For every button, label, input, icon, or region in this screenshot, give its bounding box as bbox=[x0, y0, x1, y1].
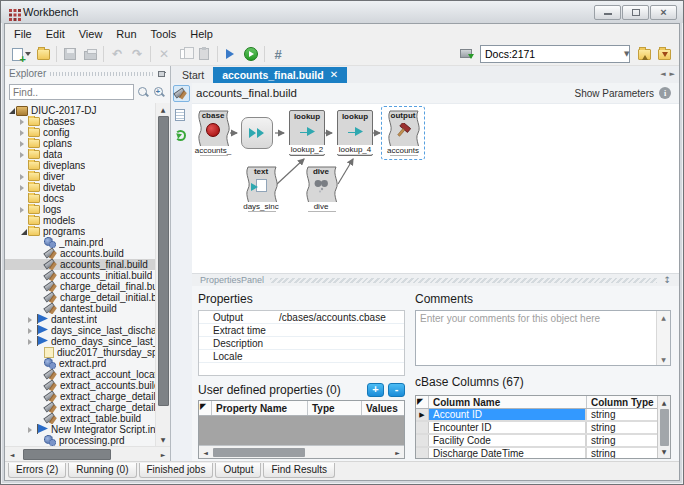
maximize-button[interactable] bbox=[622, 5, 649, 20]
run-button[interactable] bbox=[221, 44, 241, 64]
server-connect-button[interactable] bbox=[456, 44, 476, 64]
tree-item[interactable]: days_since_last_discharge.int bbox=[5, 325, 155, 336]
scrollbar-thumb[interactable] bbox=[213, 448, 305, 457]
column-header-values[interactable]: Values bbox=[362, 401, 404, 415]
scrollbar-thumb[interactable] bbox=[660, 409, 669, 445]
expander-icon[interactable] bbox=[19, 207, 28, 213]
paste-button[interactable] bbox=[194, 44, 214, 64]
tab-scroll-left-icon[interactable]: ◄ bbox=[660, 70, 665, 78]
expander-icon[interactable] bbox=[19, 229, 28, 235]
chevron-down-icon[interactable]: ▼ bbox=[624, 50, 629, 58]
tree-item[interactable]: config bbox=[5, 127, 155, 138]
table-row-selected[interactable]: ▶Account IDstring bbox=[416, 409, 657, 420]
flow-canvas[interactable]: cbase accounts_ lookup lookup_2 bbox=[192, 103, 679, 273]
run-view-button[interactable] bbox=[173, 127, 190, 144]
expander-icon[interactable] bbox=[19, 152, 28, 158]
scroll-up-icon[interactable]: ▲ bbox=[658, 396, 670, 408]
status-tab-output[interactable]: Output bbox=[215, 463, 261, 478]
tree-item[interactable]: extract_account_location.build bbox=[5, 369, 155, 380]
column-header-type[interactable]: Type bbox=[308, 401, 362, 415]
property-row[interactable]: Description bbox=[199, 337, 404, 350]
scroll-right-icon[interactable]: ► bbox=[156, 448, 170, 461]
tree-item[interactable]: extract_charge_detail_initial.bu bbox=[5, 402, 155, 413]
comments-textarea[interactable] bbox=[416, 311, 656, 365]
save-to-server-button[interactable] bbox=[654, 44, 674, 64]
user-properties-hscrollbar[interactable]: ◄ ► bbox=[199, 445, 404, 458]
expander-icon[interactable] bbox=[7, 108, 16, 114]
minimize-button[interactable] bbox=[594, 5, 621, 20]
expander-icon[interactable] bbox=[19, 141, 28, 147]
tree-item[interactable]: divetab bbox=[5, 182, 155, 193]
open-from-server-button[interactable] bbox=[634, 44, 654, 64]
scroll-down-icon[interactable]: ▼ bbox=[658, 446, 670, 458]
find-input[interactable] bbox=[9, 84, 134, 100]
tree-item[interactable]: charge_detail_initial.build bbox=[5, 292, 155, 303]
expander-icon[interactable] bbox=[19, 174, 28, 180]
tree-item[interactable]: dantest.int bbox=[5, 314, 155, 325]
tree-item[interactable]: models bbox=[5, 215, 155, 226]
tab-accounts-final-build[interactable]: accounts_final.build✕ bbox=[213, 67, 347, 83]
tree-item[interactable]: diver bbox=[5, 171, 155, 182]
add-property-button[interactable]: + bbox=[367, 383, 384, 397]
undo-button[interactable]: ↶ bbox=[107, 44, 127, 64]
flow-node-merge[interactable] bbox=[241, 117, 273, 149]
new-file-button[interactable] bbox=[10, 44, 33, 64]
text-view-button[interactable] bbox=[173, 106, 190, 123]
tree-item[interactable]: New Integrator Script.int bbox=[5, 424, 155, 435]
menu-edit[interactable]: Edit bbox=[39, 26, 72, 42]
tab-start[interactable]: Start bbox=[173, 67, 213, 83]
info-icon[interactable]: i bbox=[659, 87, 671, 99]
expander-icon[interactable] bbox=[19, 119, 28, 125]
scroll-up-icon[interactable]: ▲ bbox=[657, 313, 670, 321]
tree-item[interactable]: charge_detail_final.build bbox=[5, 281, 155, 292]
table-row[interactable]: Facility Codestring bbox=[416, 435, 657, 446]
status-tab-find-results[interactable]: Find Results bbox=[263, 463, 335, 478]
cut-button[interactable]: ✕ bbox=[154, 44, 174, 64]
tree-item[interactable]: accounts_initial.build bbox=[5, 270, 155, 281]
status-tab-finished-jobs[interactable]: Finished jobs bbox=[139, 463, 214, 478]
tree-item[interactable]: cbases bbox=[5, 116, 155, 127]
menu-tools[interactable]: Tools bbox=[144, 26, 184, 42]
expander-icon[interactable] bbox=[27, 317, 36, 323]
tree-item[interactable]: diveplans bbox=[5, 160, 155, 171]
redo-button[interactable]: ↷ bbox=[127, 44, 147, 64]
scroll-down-icon[interactable]: ▼ bbox=[156, 433, 170, 446]
show-parameters-link[interactable]: Show Parameters bbox=[575, 88, 654, 99]
tree-horizontal-scrollbar[interactable]: ◄ ► bbox=[5, 446, 170, 461]
search-plus-icon[interactable]: + bbox=[153, 86, 166, 99]
tree-item[interactable]: extract.prd bbox=[5, 358, 155, 369]
menu-view[interactable]: View bbox=[72, 26, 110, 42]
flow-node-lookup-4[interactable]: lookup lookup_4 bbox=[337, 110, 373, 156]
tree-item[interactable]: data bbox=[5, 149, 155, 160]
menu-run[interactable]: Run bbox=[109, 26, 143, 42]
print-button[interactable] bbox=[80, 44, 100, 64]
tree-item[interactable]: logs bbox=[5, 204, 155, 215]
grid-button[interactable]: # bbox=[268, 44, 288, 64]
tree-item[interactable]: programs bbox=[5, 226, 155, 237]
close-button[interactable]: × bbox=[650, 5, 677, 20]
cbase-vertical-scrollbar[interactable]: ▲ ▼ bbox=[657, 396, 670, 458]
tree-item[interactable]: dantest.build bbox=[5, 303, 155, 314]
select-all-cell[interactable]: ◤ bbox=[199, 401, 212, 415]
flow-node-text[interactable]: text days_sinc bbox=[243, 166, 279, 212]
expander-icon[interactable] bbox=[27, 328, 36, 334]
docs-combobox[interactable]: ▼ bbox=[480, 45, 630, 63]
flow-node-lookup-2[interactable]: lookup lookup_2 bbox=[289, 110, 325, 156]
scroll-down-icon[interactable]: ▼ bbox=[657, 355, 670, 363]
column-header-column-type[interactable]: Column Type bbox=[587, 396, 657, 408]
tree-item[interactable]: processing.prd bbox=[5, 435, 155, 446]
tab-scroll-right-icon[interactable]: ► bbox=[670, 70, 675, 78]
tree-item[interactable]: cplans bbox=[5, 138, 155, 149]
flow-node-cbase[interactable]: cbase accounts_ bbox=[195, 110, 231, 156]
go-button[interactable] bbox=[241, 44, 261, 64]
tree-vertical-scrollbar[interactable]: ▲ ▼ bbox=[155, 103, 170, 446]
tree-item[interactable]: extract_charge_detail_incremen bbox=[5, 391, 155, 402]
property-row[interactable]: Output/cbases/accounts.cbase bbox=[199, 311, 404, 324]
tree-item-root[interactable]: DIUC-2017-DJ bbox=[5, 105, 155, 116]
status-tab-running[interactable]: Running (0) bbox=[68, 463, 136, 478]
tree-item[interactable]: demo_days_since_last_discharg bbox=[5, 336, 155, 347]
scrollbar-thumb[interactable] bbox=[158, 116, 169, 406]
tree-item[interactable]: diuc2017_thursday_spectre_pr bbox=[5, 347, 155, 358]
search-icon[interactable] bbox=[137, 86, 150, 99]
tree-item[interactable]: docs bbox=[5, 193, 155, 204]
